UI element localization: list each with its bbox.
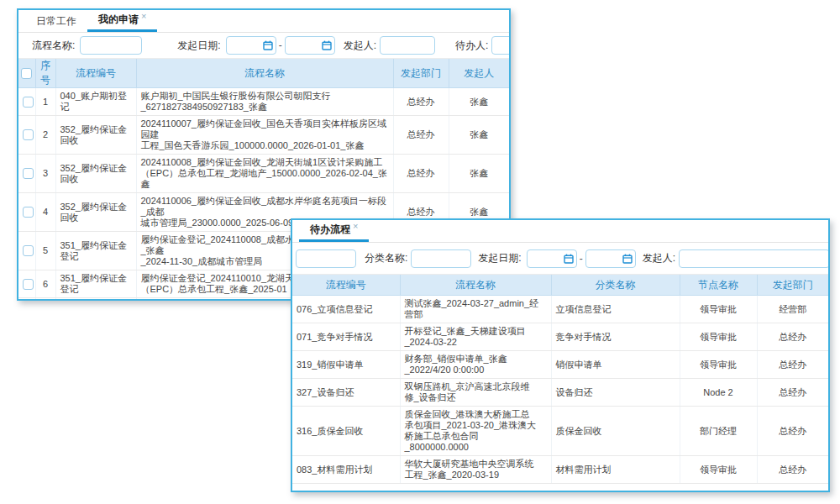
row-checkbox[interactable] bbox=[23, 168, 34, 179]
cell-code: 327_设备归还 bbox=[292, 379, 400, 407]
column-header-dept[interactable]: 发起部门 bbox=[757, 275, 828, 296]
tab-daily-work[interactable]: 日常工作 bbox=[25, 10, 87, 32]
tab-todo-flows[interactable]: 待办流程 × bbox=[299, 220, 369, 242]
initiator-label: 发起人: bbox=[643, 251, 675, 265]
filter-bar: 流程名称: 发起日期: - 发起人: 待办人: bbox=[18, 33, 509, 59]
select-all-checkbox[interactable] bbox=[21, 68, 32, 79]
column-header-person[interactable]: 发起人 bbox=[449, 59, 509, 88]
cell-category: 材料需用计划 bbox=[551, 456, 680, 484]
cell-dept: 总经办 bbox=[393, 155, 449, 193]
cell-code: 351_履约保证金登记 bbox=[55, 232, 136, 270]
cell-dept: 总经办 bbox=[757, 407, 828, 456]
table-row[interactable]: 1040_账户期初登记账户期初_中国民生银行股份有限公司朝阳支行 _627182… bbox=[18, 88, 509, 116]
table-row[interactable]: 083_材料需用计划华软大厦研究基地中央空调系统 工程_张鑫_2020-03-1… bbox=[292, 456, 828, 484]
cell-code: 319_销假申请单 bbox=[292, 351, 400, 379]
table-header-row: 流程编号 流程名称 分类名称 节点名称 发起部门 bbox=[292, 275, 828, 296]
row-checkbox[interactable] bbox=[23, 279, 34, 290]
cell-category: 立项信息登记 bbox=[551, 296, 680, 323]
assignee-label: 待办人: bbox=[455, 39, 488, 53]
tab-label: 我的申请 bbox=[98, 13, 139, 27]
cell-code: 351_履约保证金登记 bbox=[55, 298, 136, 302]
tab-label: 日常工作 bbox=[36, 14, 76, 29]
cell-node: 领导审批 bbox=[680, 456, 757, 484]
category-name-input[interactable] bbox=[411, 249, 471, 268]
row-checkbox[interactable] bbox=[23, 207, 34, 218]
cell-code: 040_账户期初登记 bbox=[55, 88, 136, 116]
row-checkbox[interactable] bbox=[23, 97, 34, 108]
checkbox-cell bbox=[18, 270, 35, 298]
table-header-row: 序号 流程编号 流程名称 发起部门 发起人 bbox=[18, 59, 509, 88]
process-name-input[interactable] bbox=[80, 36, 142, 55]
cell-name: 质保金回收_港珠澳大桥施工总 承包项目_2021-03-20_港珠澳大 桥施工总… bbox=[400, 407, 551, 456]
process-name-label: 流程名称: bbox=[32, 39, 75, 53]
calendar-icon[interactable] bbox=[322, 40, 332, 50]
cell-name: 账户期初_中国民生银行股份有限公司朝阳支行 _62718273849509271… bbox=[136, 88, 393, 116]
row-checkbox[interactable] bbox=[23, 245, 34, 256]
todo-flows-window: 待办流程 × 分类名称: 发起日期: - 发起人: 流程编号 流程名称 分类名称… bbox=[291, 218, 830, 492]
column-header-category[interactable]: 分类名称 bbox=[551, 275, 680, 296]
cell-no: 2 bbox=[35, 116, 55, 155]
cell-person: 张鑫 bbox=[449, 155, 509, 193]
cell-no: 7 bbox=[35, 298, 55, 302]
close-icon[interactable]: × bbox=[353, 221, 358, 231]
column-header-no[interactable]: 序号 bbox=[35, 59, 55, 88]
checkbox-cell bbox=[18, 193, 35, 232]
process-name-input[interactable] bbox=[296, 249, 356, 268]
table-row[interactable]: 076_立项信息登记测试张鑫_2024-03-27_admin_经 营部立项信息… bbox=[292, 296, 828, 323]
column-header-code[interactable]: 流程编号 bbox=[292, 275, 400, 296]
table-row[interactable]: 071_竞争对手情况开标登记_张鑫_天梯建设项目 _2024-03-22竞争对手… bbox=[292, 323, 828, 351]
tab-label: 待办流程 bbox=[310, 223, 350, 237]
checkbox-cell bbox=[18, 88, 35, 116]
cell-no: 3 bbox=[35, 155, 55, 193]
table-row[interactable]: 316_质保金回收质保金回收_港珠澳大桥施工总 承包项目_2021-03-20_… bbox=[292, 407, 828, 456]
table-row[interactable]: 3352_履约保证金回收2024110008_履约保证金回收_龙湖天街城1区设计… bbox=[18, 155, 509, 193]
column-header-dept[interactable]: 发起部门 bbox=[393, 59, 449, 88]
cell-name: 测试张鑫_2024-03-27_admin_经 营部 bbox=[400, 296, 551, 323]
initiator-input[interactable] bbox=[380, 36, 435, 55]
cell-code: 352_履约保证金回收 bbox=[55, 116, 136, 155]
cell-node: 领导审批 bbox=[680, 351, 757, 379]
checkbox-cell bbox=[18, 232, 35, 270]
cell-code: 083_材料需用计划 bbox=[292, 456, 400, 484]
cell-dept: 总经办 bbox=[393, 116, 449, 155]
column-header-node[interactable]: 节点名称 bbox=[680, 275, 757, 296]
cell-code: 071_竞争对手情况 bbox=[292, 323, 400, 351]
checkbox-cell bbox=[18, 298, 35, 302]
cell-code: 351_履约保证金登记 bbox=[55, 270, 136, 298]
cell-name: 2024110008_履约保证金回收_龙湖天街城1区设计采购施工 （EPC）总承… bbox=[136, 155, 393, 193]
cell-node: 领导审批 bbox=[680, 296, 757, 323]
cell-dept: 总经办 bbox=[393, 88, 449, 116]
cell-code: 352_履约保证金回收 bbox=[55, 193, 136, 232]
column-header-code[interactable]: 流程编号 bbox=[55, 59, 136, 88]
cell-category: 设备归还 bbox=[551, 379, 680, 407]
column-header-name[interactable]: 流程名称 bbox=[400, 275, 551, 296]
cell-no: 4 bbox=[35, 193, 55, 232]
close-icon[interactable]: × bbox=[141, 11, 146, 21]
column-header-name[interactable]: 流程名称 bbox=[136, 59, 393, 88]
start-date-label: 发起日期: bbox=[177, 39, 220, 53]
tab-my-applications[interactable]: 我的申请 × bbox=[87, 10, 157, 32]
table-row[interactable]: 319_销假申请单财务部_销假申请单_张鑫 _2022/4/20 0:00:00… bbox=[292, 351, 828, 379]
cell-name: 2024110007_履约保证金回收_国色天香项目实体样板房区域园建 工程_国色… bbox=[136, 116, 393, 155]
calendar-icon[interactable] bbox=[622, 254, 633, 264]
cell-code: 352_履约保证金回收 bbox=[55, 155, 136, 193]
checkbox-cell bbox=[18, 116, 35, 155]
assignee-input[interactable] bbox=[491, 36, 511, 55]
table-row[interactable]: 2352_履约保证金回收2024110007_履约保证金回收_国色天香项目实体样… bbox=[18, 116, 509, 155]
cell-name: 开标登记_张鑫_天梯建设项目 _2024-03-22 bbox=[400, 323, 551, 351]
initiator-input[interactable] bbox=[679, 249, 830, 268]
cell-name: 双钢压路机_京沪高速北京段维 修_设备归还 bbox=[400, 379, 551, 407]
cell-node: 领导审批 bbox=[680, 323, 757, 351]
row-checkbox[interactable] bbox=[23, 129, 34, 140]
cell-name: 财务部_销假申请单_张鑫 _2022/4/20 0:00:00 bbox=[400, 351, 551, 379]
cell-dept: 总经办 bbox=[757, 351, 828, 379]
calendar-icon[interactable] bbox=[263, 40, 273, 50]
date-range-separator: - bbox=[279, 39, 282, 51]
cell-person: 张鑫 bbox=[449, 116, 509, 155]
cell-node: Node 2 bbox=[680, 379, 757, 407]
table-row[interactable]: 327_设备归还双钢压路机_京沪高速北京段维 修_设备归还设备归还Node 2总… bbox=[292, 379, 828, 407]
cell-no: 1 bbox=[35, 88, 55, 116]
cell-dept: 总经办 bbox=[757, 456, 828, 484]
calendar-icon[interactable] bbox=[564, 254, 574, 264]
category-name-label: 分类名称: bbox=[365, 251, 407, 265]
